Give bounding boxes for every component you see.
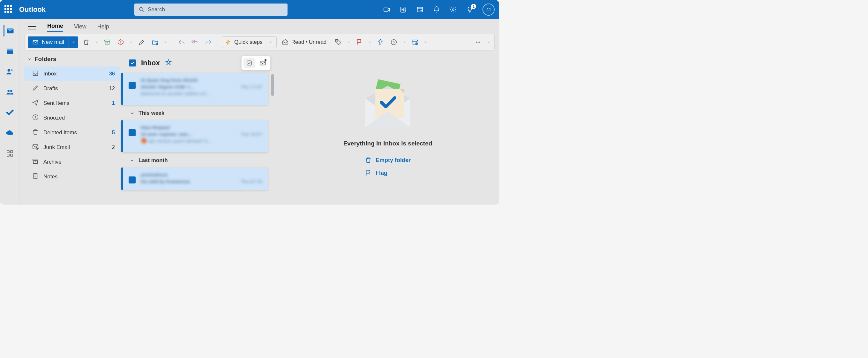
message-checkbox[interactable] bbox=[129, 176, 135, 184]
folder-archive[interactable]: Archive bbox=[24, 155, 120, 169]
tips-icon[interactable]: 1 bbox=[466, 6, 473, 13]
chevron-down-icon[interactable] bbox=[367, 37, 372, 48]
hamburger-icon[interactable] bbox=[28, 24, 36, 29]
svg-point-0 bbox=[140, 7, 143, 11]
onenote-icon[interactable] bbox=[400, 6, 407, 13]
avatar[interactable]: JJ bbox=[483, 3, 495, 16]
settings-icon[interactable] bbox=[449, 6, 457, 13]
folder-count: 36 bbox=[109, 71, 115, 77]
categorize-icon[interactable] bbox=[333, 37, 344, 48]
svg-point-24 bbox=[477, 42, 478, 43]
rail-onedrive-icon[interactable] bbox=[4, 127, 16, 139]
delete-icon[interactable] bbox=[81, 37, 92, 48]
chevron-down-icon[interactable] bbox=[163, 37, 168, 48]
flag-button[interactable]: Flag bbox=[365, 169, 388, 176]
svg-point-9 bbox=[10, 69, 12, 71]
svg-point-23 bbox=[476, 42, 477, 43]
sweep-icon[interactable] bbox=[136, 37, 147, 48]
folder-junk-email[interactable]: Junk Email 2 bbox=[24, 140, 120, 155]
meet-now-icon[interactable] bbox=[383, 6, 391, 13]
search-input[interactable]: Search bbox=[134, 3, 287, 16]
rail-more-apps-icon[interactable] bbox=[4, 148, 16, 159]
message-item[interactable]: Наш Формат 10 книг серпня: нов…Tue 16:57… bbox=[121, 120, 268, 152]
scrollbar[interactable] bbox=[271, 74, 274, 96]
tabs-row: Home View Help bbox=[20, 19, 499, 34]
archive-icon[interactable] bbox=[102, 37, 113, 48]
svg-rect-12 bbox=[7, 150, 9, 153]
rail-groups-icon[interactable] bbox=[4, 86, 16, 98]
tab-help[interactable]: Help bbox=[97, 22, 109, 31]
mail-open-icon bbox=[282, 39, 289, 46]
unread-filter-icon[interactable] bbox=[257, 58, 268, 68]
svg-rect-14 bbox=[7, 154, 9, 156]
new-mail-button[interactable]: New mail bbox=[28, 36, 78, 48]
message-checkbox[interactable] bbox=[129, 82, 135, 89]
rail-people-icon[interactable] bbox=[4, 66, 16, 77]
app-name: Outlook bbox=[19, 5, 45, 14]
rules-icon[interactable] bbox=[409, 37, 420, 48]
report-icon[interactable] bbox=[115, 37, 126, 48]
select-all-checkbox[interactable] bbox=[129, 59, 136, 66]
folder-sent-items[interactable]: Sent Items 1 bbox=[24, 96, 120, 111]
my-day-icon[interactable] bbox=[416, 6, 424, 13]
message-item[interactable]: yesUndress Go wild by KomarovaThu 07:25 bbox=[121, 167, 268, 190]
message-item[interactable]: Si Quan Ong from Ahrefs Ahrefs' Digest #… bbox=[121, 73, 268, 105]
group-header-this-week[interactable]: This week bbox=[120, 107, 276, 119]
clock-icon bbox=[32, 114, 39, 122]
folder-label: Archive bbox=[43, 159, 62, 165]
group-header-last-month[interactable]: Last month bbox=[120, 154, 276, 167]
empty-folder-button[interactable]: Empty folder bbox=[365, 157, 411, 164]
select-mode-icon[interactable] bbox=[244, 58, 255, 68]
tab-view[interactable]: View bbox=[74, 22, 87, 31]
favorite-star-icon[interactable] bbox=[165, 59, 172, 67]
chevron-down-icon[interactable] bbox=[129, 37, 134, 48]
forward-icon[interactable] bbox=[203, 37, 214, 48]
move-to-icon[interactable] bbox=[150, 37, 160, 48]
tips-badge: 1 bbox=[471, 4, 476, 9]
message-list-header: Inbox bbox=[120, 54, 276, 72]
svg-line-1 bbox=[142, 10, 144, 11]
notifications-icon[interactable] bbox=[433, 6, 440, 13]
snooze-icon[interactable] bbox=[389, 37, 399, 48]
chevron-down-icon[interactable] bbox=[423, 37, 428, 48]
inbox-icon bbox=[32, 70, 39, 78]
chevron-down-icon[interactable] bbox=[94, 37, 99, 48]
rail-calendar-icon[interactable] bbox=[4, 46, 16, 57]
app-launcher-icon[interactable] bbox=[4, 5, 13, 14]
flag-icon[interactable] bbox=[354, 37, 365, 48]
folder-snoozed[interactable]: Snoozed bbox=[24, 111, 120, 125]
ribbon-expand-icon[interactable] bbox=[486, 37, 491, 48]
rail-mail-icon[interactable] bbox=[3, 25, 15, 36]
folder-inbox[interactable]: Inbox 36 bbox=[24, 66, 120, 81]
folder-label: Junk Email bbox=[43, 144, 70, 150]
read-unread-label: Read / Unread bbox=[291, 39, 327, 46]
read-unread-button[interactable]: Read / Unread bbox=[282, 39, 327, 46]
svg-point-8 bbox=[7, 69, 10, 72]
reply-all-icon[interactable] bbox=[190, 37, 200, 48]
tab-home[interactable]: Home bbox=[47, 21, 63, 32]
reply-icon[interactable] bbox=[176, 37, 187, 48]
svg-rect-13 bbox=[10, 150, 13, 153]
chevron-down-icon[interactable] bbox=[346, 37, 351, 48]
folder-drafts[interactable]: Drafts 12 bbox=[24, 81, 120, 96]
more-options-icon[interactable] bbox=[473, 37, 484, 48]
folders-header[interactable]: Folders bbox=[24, 54, 120, 64]
flag-label: Flag bbox=[376, 170, 388, 176]
folder-label: Inbox bbox=[43, 71, 57, 77]
chevron-down-icon bbox=[130, 158, 135, 163]
message-checkbox[interactable] bbox=[129, 129, 135, 136]
folder-notes[interactable]: Notes bbox=[24, 169, 120, 184]
quick-steps-label: Quick steps bbox=[234, 39, 262, 46]
quick-steps-button[interactable]: Quick steps bbox=[222, 36, 277, 48]
folder-count: 1 bbox=[112, 100, 115, 106]
svg-rect-31 bbox=[260, 61, 266, 65]
rail-todo-icon[interactable] bbox=[4, 107, 16, 118]
pin-icon[interactable] bbox=[375, 37, 386, 48]
folder-deleted-items[interactable]: Deleted Items 5 bbox=[24, 125, 120, 140]
chevron-down-icon[interactable] bbox=[402, 37, 407, 48]
notes-icon bbox=[32, 173, 39, 181]
chevron-down-icon bbox=[27, 57, 32, 61]
group-label: Last month bbox=[138, 157, 168, 164]
new-mail-dropdown[interactable] bbox=[69, 36, 78, 48]
quick-steps-dropdown[interactable] bbox=[266, 37, 275, 48]
